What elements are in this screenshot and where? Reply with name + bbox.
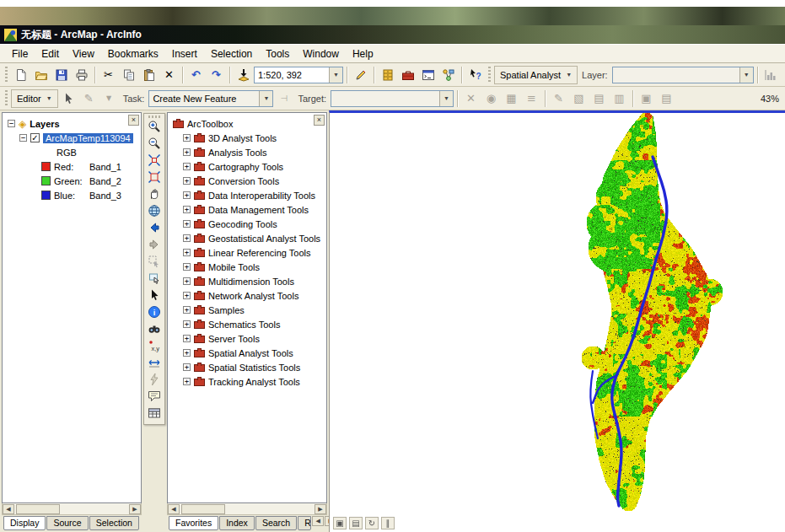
scrollbar-thumb[interactable]	[16, 504, 60, 514]
layout-view-button[interactable]: ▤	[349, 517, 363, 529]
arctoolbox-root-row[interactable]: ArcToolbox	[168, 116, 326, 131]
toolbox-horizontal-scrollbar[interactable]: ◀ ▶	[167, 503, 327, 515]
expand-icon[interactable]: +	[183, 134, 191, 142]
chevron-down-icon[interactable]: ▼	[739, 67, 753, 83]
editor-extra-button-3[interactable]: ▤	[589, 89, 609, 108]
chevron-down-icon[interactable]: ▼	[329, 67, 342, 83]
chevron-down-icon[interactable]: ▼	[259, 91, 272, 106]
open-attribute-table-button[interactable]	[146, 405, 163, 422]
toolbox-item[interactable]: +Data Management Tools	[168, 202, 326, 217]
editor-extra-button-5[interactable]: ▣	[637, 89, 656, 108]
expand-icon[interactable]: +	[183, 148, 191, 156]
menu-selection[interactable]: Selection	[204, 46, 259, 62]
new-map-file-button[interactable]	[11, 66, 30, 84]
hyperlink-button[interactable]	[146, 371, 163, 388]
scroll-left-icon[interactable]: ◀	[168, 504, 180, 514]
expand-icon[interactable]: +	[183, 277, 191, 285]
refresh-view-button[interactable]: ↻	[365, 517, 379, 529]
task-combobox[interactable]: Create New Feature ▼	[148, 90, 273, 107]
toolbox-item[interactable]: +3D Analyst Tools	[168, 131, 326, 145]
tab-favorites[interactable]: Favorites	[169, 516, 218, 530]
scale-combobox[interactable]: 1:520, 392 ▼	[254, 67, 343, 83]
histogram-button[interactable]	[761, 66, 781, 84]
editor-menu-button[interactable]: Editor ▼	[11, 89, 58, 108]
collapse-icon[interactable]: −	[8, 120, 15, 127]
pause-drawing-button[interactable]: ∥	[381, 517, 395, 529]
data-view-button[interactable]: ▣	[333, 517, 347, 529]
full-extent-button[interactable]	[146, 202, 163, 219]
toc-band-row[interactable]: Blue: Band_3	[3, 188, 141, 202]
scroll-right-icon[interactable]: ▶	[129, 504, 141, 514]
close-icon[interactable]: ×	[314, 115, 325, 126]
open-button[interactable]	[31, 66, 51, 84]
expand-icon[interactable]: +	[183, 292, 191, 299]
editor-toolbar-toggle-button[interactable]	[351, 66, 370, 84]
edit-tool-button[interactable]	[59, 89, 78, 108]
menu-view[interactable]: View	[66, 46, 101, 62]
toolbox-item[interactable]: +Server Tools	[168, 331, 326, 346]
toc-band-row[interactable]: Green: Band_2	[3, 174, 141, 188]
map-raster[interactable]	[330, 113, 785, 532]
select-features-button[interactable]	[146, 270, 163, 287]
layer-combobox[interactable]: ▼	[612, 67, 754, 83]
close-icon[interactable]: ×	[128, 115, 139, 126]
cut-button[interactable]: ✂	[99, 66, 118, 84]
toolbox-item[interactable]: +Conversion Tools	[168, 174, 326, 188]
menu-edit[interactable]: Edit	[35, 46, 66, 62]
chevron-down-icon[interactable]: ▼	[439, 91, 453, 106]
toolbox-item[interactable]: +Geostatistical Analyst Tools	[168, 231, 326, 245]
toolbar-grip[interactable]	[5, 90, 8, 107]
select-graphics-button[interactable]	[146, 253, 163, 270]
menu-insert[interactable]: Insert	[165, 46, 204, 62]
toolbox-item[interactable]: +Tracking Analyst Tools	[168, 374, 326, 389]
tab-index[interactable]: Index	[219, 516, 255, 530]
toolbox-item[interactable]: +Samples	[168, 303, 326, 317]
go-back-extent-button[interactable]	[146, 219, 163, 236]
tab-display[interactable]: Display	[3, 516, 46, 530]
measure-button[interactable]	[146, 354, 163, 371]
menu-window[interactable]: Window	[296, 46, 346, 62]
target-combobox[interactable]: ▼	[331, 90, 454, 107]
toolbar-grip[interactable]	[488, 67, 491, 83]
tab-selection[interactable]: Selection	[89, 516, 139, 530]
menu-bookmarks[interactable]: Bookmarks	[101, 46, 165, 62]
toc-band-row[interactable]: Red: Band_1	[3, 159, 141, 174]
expand-icon[interactable]: +	[183, 335, 191, 342]
task-options-button[interactable]: ⊣	[274, 89, 293, 108]
expand-icon[interactable]: +	[183, 320, 191, 328]
toolbox-item[interactable]: +Mobile Tools	[168, 260, 326, 274]
toc-root-row[interactable]: − ◈ Layers	[3, 116, 141, 131]
tab-search[interactable]: Search	[255, 516, 297, 530]
sketch-options-button[interactable]: ▼	[99, 89, 119, 108]
arctoolbox-toggle-button[interactable]	[398, 66, 417, 84]
layer-visibility-checkbox[interactable]: ✓	[30, 133, 40, 142]
pan-button[interactable]	[146, 185, 163, 202]
fixed-zoom-out-button[interactable]	[146, 169, 163, 185]
menu-file[interactable]: File	[5, 46, 35, 62]
toolbox-item[interactable]: +Geocoding Tools	[168, 217, 326, 231]
redo-button[interactable]: ↷	[207, 66, 226, 84]
paste-button[interactable]	[139, 66, 159, 84]
toolbox-item[interactable]: +Data Interoperability Tools	[168, 188, 326, 202]
editor-extra-button-6[interactable]: ▤	[657, 89, 676, 108]
toolbox-item[interactable]: +Analysis Tools	[168, 145, 326, 159]
copy-button[interactable]	[119, 66, 138, 84]
expand-icon[interactable]: +	[183, 177, 191, 185]
layer-name[interactable]: ArcMapTemp113094	[43, 133, 133, 143]
go-to-xy-button[interactable]: x,y	[146, 337, 163, 354]
scroll-left-icon[interactable]: ◀	[3, 504, 14, 514]
tab-scroll-left-icon[interactable]: ◀	[312, 516, 324, 526]
command-line-button[interactable]	[418, 66, 438, 84]
editor-extra-button-1[interactable]: ✎	[549, 89, 568, 108]
menu-help[interactable]: Help	[346, 46, 380, 62]
whats-this-button[interactable]: ?	[465, 66, 485, 84]
tab-results[interactable]: R	[298, 516, 311, 530]
fixed-zoom-in-button[interactable]	[146, 152, 163, 169]
split-tool-button[interactable]: ✕	[461, 89, 481, 108]
save-button[interactable]	[51, 66, 71, 84]
spatial-analyst-dropdown[interactable]: Spatial Analyst ▼	[494, 66, 578, 84]
toc-horizontal-scrollbar[interactable]: ◀ ▶	[2, 503, 142, 515]
sketch-tool-button[interactable]: ✎	[79, 89, 99, 108]
expand-icon[interactable]: +	[183, 263, 191, 271]
expand-icon[interactable]: +	[183, 163, 191, 170]
